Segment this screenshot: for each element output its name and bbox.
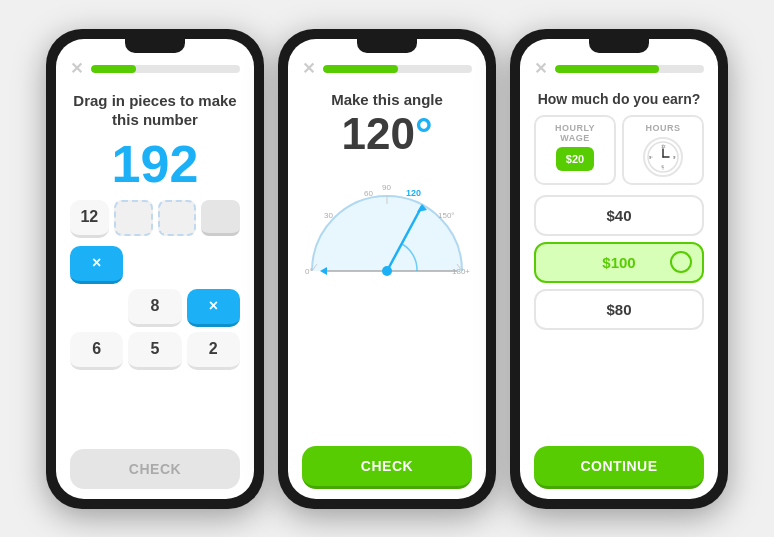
tile-12[interactable]: 12 <box>70 200 109 238</box>
notch-3 <box>589 39 649 53</box>
phone1-title: Drag in pieces to make this number <box>70 91 240 130</box>
progress-bar-fill-3 <box>555 65 659 73</box>
phone2-angle: 120° <box>302 112 472 156</box>
phone1-body: Drag in pieces to make this number 192 1… <box>56 83 254 499</box>
key-2[interactable]: 2 <box>187 332 240 370</box>
key-8[interactable]: 8 <box>128 289 181 327</box>
protractor-area[interactable]: 0° 30 60 90 120 150° 180+ <box>302 160 472 303</box>
key-5[interactable]: 5 <box>128 332 181 370</box>
clock-icon: 12 3 6 9 <box>643 137 683 177</box>
svg-text:12: 12 <box>661 144 666 149</box>
info-cards: HOURLY WAGE $20 HOURS <box>534 115 704 185</box>
notch-2 <box>357 39 417 53</box>
answer-option-1[interactable]: $100 <box>534 242 704 283</box>
svg-text:0°: 0° <box>305 267 313 276</box>
continue-button[interactable]: CONTINUE <box>534 446 704 489</box>
answer-text-0: $40 <box>606 207 631 224</box>
phone2-title: Make this angle <box>302 91 472 108</box>
notch-1 <box>125 39 185 53</box>
svg-point-14 <box>382 266 392 276</box>
close-icon-1[interactable]: ✕ <box>70 61 83 77</box>
key-empty <box>128 246 181 284</box>
svg-text:30: 30 <box>324 211 333 220</box>
key-multiply-1[interactable]: × <box>70 246 123 284</box>
phones-container: ✕ Drag in pieces to make this number 192… <box>26 9 748 529</box>
tile-empty-3[interactable] <box>201 200 240 236</box>
phone-3: ✕ How much do you earn? HOURLY WAGE $20 … <box>510 29 728 509</box>
key-6[interactable]: 6 <box>70 332 123 370</box>
tiles-area: 12 <box>70 200 240 238</box>
answer-option-2[interactable]: $80 <box>534 289 704 330</box>
svg-text:120: 120 <box>406 188 421 198</box>
close-icon-3[interactable]: ✕ <box>534 61 547 77</box>
progress-bar-bg-1 <box>91 65 240 73</box>
money-icon: $20 <box>556 147 594 171</box>
tile-empty-2[interactable] <box>158 200 197 236</box>
phone1-keypad: × 8 × 6 5 2 <box>70 246 240 370</box>
check-button-1[interactable]: CHECK <box>70 449 240 489</box>
key-empty2 <box>187 246 240 284</box>
answer-text-1: $100 <box>602 254 635 271</box>
answer-options: $40 $100 $80 <box>534 195 704 330</box>
hours-label: HOURS <box>630 123 696 133</box>
progress-bar-fill-1 <box>91 65 136 73</box>
phone1-number: 192 <box>70 138 240 190</box>
phone3-body: How much do you earn? HOURLY WAGE $20 HO… <box>520 83 718 499</box>
check-button-2[interactable]: CHECK <box>302 446 472 489</box>
wage-card: HOURLY WAGE $20 <box>534 115 616 185</box>
key-empty3 <box>70 289 123 327</box>
key-multiply-2[interactable]: × <box>187 289 240 327</box>
answer-text-2: $80 <box>606 301 631 318</box>
progress-bar-bg-2 <box>323 65 472 73</box>
svg-text:60: 60 <box>364 189 373 198</box>
phone-2: ✕ Make this angle 120° 0° <box>278 29 496 509</box>
phone2-body: Make this angle 120° 0° 30 60 <box>288 83 486 499</box>
angle-value: 120 <box>341 109 414 158</box>
phone-1: ✕ Drag in pieces to make this number 192… <box>46 29 264 509</box>
progress-bar-bg-3 <box>555 65 704 73</box>
degree-symbol: ° <box>415 109 433 158</box>
svg-text:150°: 150° <box>438 211 455 220</box>
svg-text:90: 90 <box>382 183 391 192</box>
answer-option-0[interactable]: $40 <box>534 195 704 236</box>
phone3-title: How much do you earn? <box>534 91 704 107</box>
tile-empty-1[interactable] <box>114 200 153 236</box>
protractor-svg: 0° 30 60 90 120 150° 180+ <box>302 176 472 286</box>
close-icon-2[interactable]: ✕ <box>302 61 315 77</box>
hourly-wage-label: HOURLY WAGE <box>542 123 608 143</box>
hours-card: HOURS <box>622 115 704 185</box>
progress-bar-fill-2 <box>323 65 398 73</box>
